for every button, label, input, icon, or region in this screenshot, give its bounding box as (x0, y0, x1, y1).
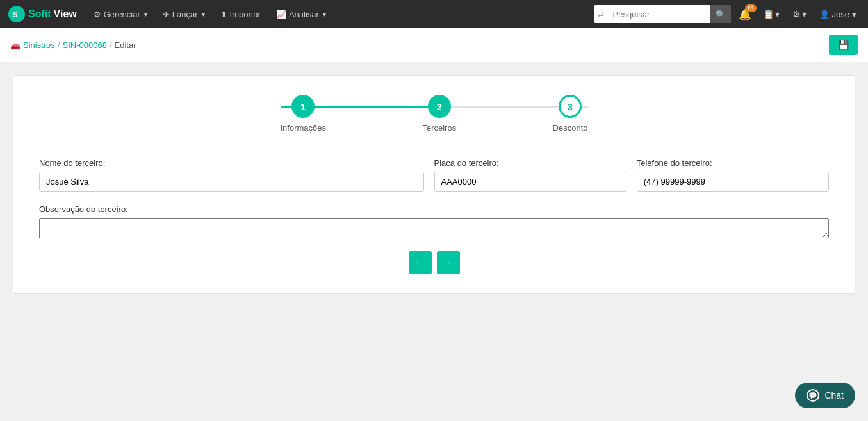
nome-input[interactable] (39, 172, 424, 192)
notification-button[interactable]: 🔔 23 (736, 6, 754, 23)
telefone-label: Telefone do terceiro: (637, 158, 829, 168)
user-name-label: Jose (832, 10, 849, 19)
brand-sofit: Sofit (28, 8, 51, 20)
nav-analisar-label: Analisar (289, 10, 319, 19)
step-3-number: 3 (568, 101, 573, 112)
forward-arrow-icon: → (443, 257, 454, 268)
nav-importar[interactable]: ⬆ Importar (214, 0, 267, 28)
user-menu-button[interactable]: 👤 Jose ▾ (815, 7, 860, 22)
chevron-down-icon: ▾ (323, 11, 326, 18)
back-button[interactable]: ← (409, 251, 432, 274)
nav-lancar-label: Lançar (172, 10, 198, 19)
settings-button[interactable]: ⚙ ▾ (789, 6, 810, 22)
placa-input[interactable] (434, 172, 626, 192)
car-icon: 🚗 (10, 40, 20, 50)
breadcrumb-sin-link[interactable]: SIN-000068 (62, 40, 106, 50)
obs-field-group: Observação do terceiro: (39, 204, 829, 238)
breadcrumb: 🚗 Sinistros / SIN-000068 / Editar (10, 40, 136, 50)
chevron-down-icon: ▾ (775, 9, 780, 19)
chevron-down-icon: ▾ (802, 9, 807, 19)
form-navigation: ← → (39, 251, 829, 274)
obs-label: Observação do terceiro: (39, 204, 829, 214)
step-3[interactable]: 3 Desconto (553, 95, 588, 133)
navbar: S Sofit View ⚙ Gerenciar ▾ ✈ Lançar ▾ ⬆ … (0, 0, 868, 28)
step-2-label: Terceiros (422, 123, 456, 133)
nav-gerenciar[interactable]: ⚙ Gerenciar ▾ (87, 0, 154, 28)
documents-button[interactable]: 📋 ▾ (759, 6, 783, 22)
brand-logo-area[interactable]: S Sofit View (8, 5, 77, 23)
chart-icon: 📈 (276, 10, 286, 19)
notification-badge: 23 (745, 4, 757, 12)
back-arrow-icon: ← (415, 257, 425, 268)
step-2[interactable]: 2 Terceiros (422, 95, 456, 133)
forward-button[interactable]: → (437, 251, 460, 274)
telefone-input[interactable] (637, 172, 829, 192)
breadcrumb-sinistros-link[interactable]: Sinistros (23, 40, 55, 50)
search-button[interactable]: 🔍 (710, 5, 731, 23)
chevron-down-icon: ▾ (852, 10, 856, 19)
user-icon: 👤 (819, 10, 830, 19)
breadcrumb-sep-2: / (110, 40, 112, 50)
placa-field-group: Placa do terceiro: (434, 158, 626, 192)
search-box: ⇄ 🔍 (594, 5, 731, 23)
main-content: 1 Informações 2 Terceiros 3 Desconto (0, 62, 868, 307)
import-icon: ⬆ (220, 10, 227, 19)
gear-icon: ⚙ (94, 10, 101, 19)
step-3-circle: 3 (559, 95, 582, 118)
nav-lancar[interactable]: ✈ Lançar ▾ (156, 0, 211, 28)
brand-icon: S (8, 5, 26, 23)
telefone-field-group: Telefone do terceiro: (637, 158, 829, 192)
step-1-label: Informações (281, 123, 327, 133)
brand-view: View (54, 8, 77, 20)
form-row-1: Nome do terceiro: Placa do terceiro: Tel… (39, 158, 829, 192)
save-icon: 💾 (838, 40, 849, 50)
chevron-down-icon: ▾ (144, 11, 147, 18)
stepper-steps: 1 Informações 2 Terceiros 3 Desconto (281, 95, 588, 133)
save-button[interactable]: 💾 (829, 35, 858, 55)
step-2-circle: 2 (428, 95, 451, 118)
form-card: 1 Informações 2 Terceiros 3 Desconto (13, 75, 855, 294)
placa-label: Placa do terceiro: (434, 158, 626, 168)
nav-gerenciar-label: Gerenciar (104, 10, 140, 19)
nav-analisar[interactable]: 📈 Analisar ▾ (270, 0, 332, 28)
step-3-label: Desconto (553, 123, 588, 133)
svg-text:S: S (12, 10, 18, 19)
breadcrumb-current: Editar (115, 40, 136, 50)
obs-textarea[interactable] (39, 218, 829, 238)
navbar-right: ⇄ 🔍 🔔 23 📋 ▾ ⚙ ▾ 👤 Jose ▾ (594, 5, 860, 23)
breadcrumb-bar: 🚗 Sinistros / SIN-000068 / Editar 💾 (0, 28, 868, 62)
step-1-circle: 1 (291, 95, 315, 118)
nome-field-group: Nome do terceiro: (39, 158, 424, 192)
nome-label: Nome do terceiro: (39, 158, 424, 168)
step-1-number: 1 (300, 101, 306, 112)
step-1[interactable]: 1 Informações (281, 95, 327, 133)
chevron-down-icon: ▾ (202, 11, 205, 18)
breadcrumb-sep-1: / (58, 40, 60, 50)
launch-icon: ✈ (163, 10, 170, 19)
step-2-number: 2 (437, 101, 442, 112)
stepper: 1 Informações 2 Terceiros 3 Desconto (39, 95, 829, 133)
transfer-icon: ⇄ (594, 10, 608, 19)
search-input[interactable] (608, 5, 710, 23)
nav-importar-label: Importar (230, 10, 261, 19)
